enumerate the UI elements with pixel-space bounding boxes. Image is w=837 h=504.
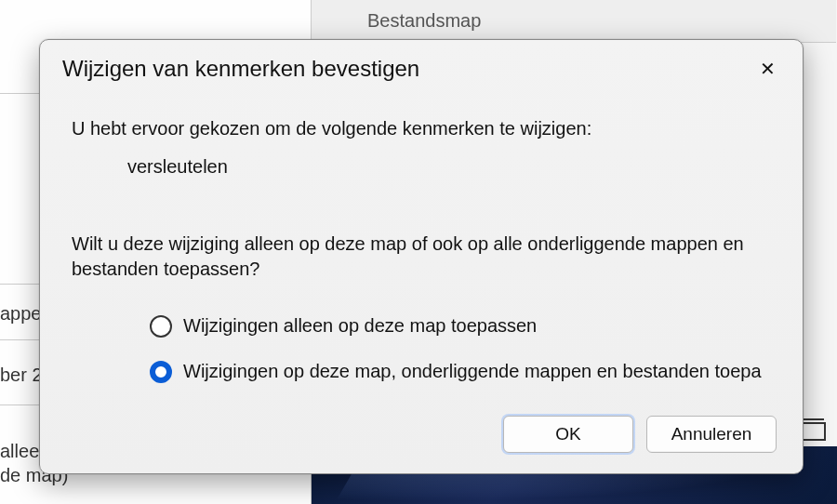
option-folder-subfolders-files[interactable]: Wijzigingen op deze map, onderliggende m…: [150, 359, 771, 384]
radio-group: Wijzigingen alleen op deze map toepassen…: [72, 313, 771, 384]
close-icon: [760, 58, 776, 80]
dialog-body: U hebt ervoor gekozen om de volgende ken…: [40, 90, 803, 416]
dialog-title: Wijzigen van kenmerken bevestigen: [62, 56, 419, 82]
background-text-fragment: ber 2: [0, 365, 43, 386]
ok-button[interactable]: OK: [503, 416, 633, 453]
maximize-icon: [802, 422, 826, 441]
option-label: Wijzigingen op deze map, onderliggende m…: [183, 359, 762, 384]
background-text-fragment: allee: [0, 441, 39, 462]
attribute-name: versleutelen: [72, 154, 771, 179]
close-button[interactable]: [749, 53, 786, 85]
background-text-fragment: appe: [0, 303, 42, 325]
option-this-folder-only[interactable]: Wijzigingen alleen op deze map toepassen: [150, 313, 771, 338]
dialog-intro-text: U hebt ervoor gekozen om de volgende ken…: [72, 116, 771, 141]
dialog-titlebar: Wijzigen van kenmerken bevestigen: [40, 40, 803, 90]
confirm-attribute-changes-dialog: Wijzigen van kenmerken bevestigen U hebt…: [39, 39, 804, 474]
background-header-tab: Bestandsmap: [312, 0, 836, 43]
dialog-question-text: Wilt u deze wijziging alleen op deze map…: [72, 232, 771, 282]
background-tab-label: Bestandsmap: [367, 10, 481, 32]
cancel-button[interactable]: Annuleren: [646, 416, 777, 453]
dialog-button-row: OK Annuleren: [40, 416, 803, 473]
radio-icon: [150, 361, 172, 383]
option-label: Wijzigingen alleen op deze map toepassen: [183, 313, 537, 338]
radio-icon: [150, 315, 172, 338]
